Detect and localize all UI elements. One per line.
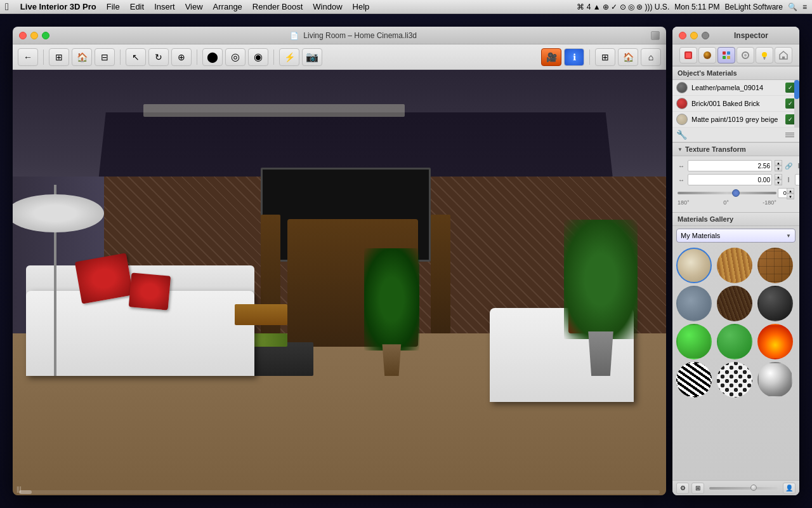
insert-menu[interactable]: Insert [149, 0, 180, 14]
offset-x-step-up[interactable]: ▲ [775, 174, 782, 180]
tab-skin[interactable] [737, 47, 754, 64]
materials-scrollbar[interactable] [794, 80, 799, 128]
material-menu-button[interactable] [785, 130, 796, 140]
material-thumb-chrome[interactable] [757, 362, 793, 398]
floor-plan-button[interactable]: ⊞ [49, 48, 69, 66]
window-menu[interactable]: Window [308, 0, 347, 14]
offset-x-step-down[interactable]: ▼ [775, 180, 782, 185]
inspector-panel: Inspector [672, 27, 799, 495]
camera-button[interactable]: 📷 [302, 48, 322, 66]
material-thumb-green-ball-2[interactable] [717, 324, 752, 359]
split-view-button[interactable]: ⊟ [95, 48, 115, 66]
materials-scrollbar-thumb[interactable] [794, 80, 799, 99]
move-tool[interactable]: ⊕ [171, 48, 192, 66]
offset-x-input[interactable] [688, 174, 772, 185]
help-menu[interactable]: Help [348, 0, 375, 14]
inspector-title: Inspector [709, 31, 793, 40]
rotation-row: ▲ ▼ 180° 0° -180° [678, 188, 794, 206]
apple-menu[interactable]:  [5, 1, 9, 13]
inspector-zoom-slider[interactable] [709, 487, 778, 490]
menubar-icons: ⌘ 4 ▲ ⊕ ✓ ⊙ ◎ ⊛ ))) U.S. [577, 3, 669, 11]
rotation-thumb[interactable] [732, 189, 740, 197]
material-item-leather[interactable]: Leather/pamela_09014 ✓ [672, 80, 799, 96]
width-step-up[interactable]: ▲ [775, 160, 782, 166]
rotation-labels: 180° 0° -180° [678, 199, 794, 206]
material-thumb-stone[interactable] [676, 286, 712, 321]
app-name-menu[interactable]: Live Interior 3D Pro [15, 0, 102, 14]
2d-view-button[interactable]: ⊞ [595, 48, 615, 66]
back-button[interactable]: ← [18, 48, 38, 66]
material-thumb-beige[interactable] [676, 248, 712, 283]
tab-material-ball[interactable] [698, 47, 716, 64]
menubar:  Live Interior 3D Pro File Edit Insert … [0, 0, 812, 14]
material-thumb-zebra[interactable] [676, 362, 712, 398]
inspector-minimize[interactable] [690, 32, 698, 39]
search-icon[interactable]: 🔍 [788, 3, 797, 11]
material-thumb-green-ball-1[interactable] [676, 324, 712, 359]
inspector-zoom-thumb[interactable] [750, 485, 757, 491]
file-menu[interactable]: File [102, 0, 125, 14]
edit-menu[interactable]: Edit [125, 0, 149, 14]
render-button[interactable]: 🎥 [541, 48, 561, 66]
rotation-step-up[interactable]: ▲ [787, 188, 794, 194]
perspective-button[interactable]: 🏠 [618, 48, 638, 66]
info-button[interactable]: ℹ [564, 48, 584, 66]
close-button[interactable] [19, 32, 27, 39]
maximize-button[interactable] [42, 32, 49, 39]
tab-materials[interactable] [717, 47, 735, 64]
render-boost-menu[interactable]: Render Boost [247, 0, 308, 14]
inspector-settings-button[interactable]: ⚙ [676, 483, 689, 494]
arrange-menu[interactable]: Arrange [208, 0, 247, 14]
rotation-slider[interactable]: ▲ ▼ [678, 188, 794, 198]
rotation-stepper[interactable]: ▲ ▼ [787, 188, 794, 199]
side-table [235, 304, 287, 326]
material-thumb-dark-wood[interactable] [717, 286, 752, 321]
inspector-grid-button[interactable]: ⊞ [691, 483, 704, 494]
gallery-dropdown[interactable]: My Materials ▼ [676, 229, 796, 243]
material-thumb-wood-tiles[interactable] [757, 248, 793, 283]
rotation-step-down[interactable]: ▼ [787, 194, 794, 199]
svg-rect-3 [723, 51, 726, 55]
inspector-user-button[interactable]: 👤 [783, 483, 796, 494]
select-tool[interactable]: ↖ [126, 48, 146, 66]
material-item-matte[interactable]: Matte paint/1019 grey beige ✓ [672, 112, 799, 128]
top-view-button[interactable]: ⌂ [641, 48, 661, 66]
menubar-datetime: Mon 5:11 PM [674, 3, 719, 11]
texture-transform-header: ▼ Texture Transform [672, 142, 799, 156]
svg-rect-10 [763, 57, 766, 58]
3d-view-button[interactable]: 🏠 [72, 48, 92, 66]
inspector-close[interactable] [679, 32, 686, 39]
3d-viewport[interactable]: ||| [13, 70, 666, 495]
rotate-tool[interactable]: ↻ [148, 48, 169, 66]
chain-link-icon[interactable]: 🔗 [785, 163, 792, 170]
minimize-button[interactable] [30, 32, 38, 39]
width-stepper[interactable]: ▲ ▼ [775, 160, 782, 171]
offset-y-input[interactable] [795, 174, 799, 185]
inspector-content[interactable]: Object's Materials Leather/pamela_09014 … [672, 66, 799, 480]
material-thumb-spots[interactable] [717, 362, 752, 398]
svg-rect-4 [727, 51, 730, 55]
orbit-button[interactable]: ◎ [225, 48, 246, 66]
walk-button[interactable]: ◉ [248, 48, 268, 66]
rotation-mid-label: 0° [723, 199, 729, 206]
material-item-brick[interactable]: Brick/001 Baked Brick ✓ [672, 96, 799, 112]
view-menu[interactable]: View [180, 0, 208, 14]
materials-scroll-area[interactable]: Leather/pamela_09014 ✓ Brick/001 Baked B… [672, 80, 799, 128]
svg-point-8 [744, 54, 747, 57]
width-input[interactable]: 2.56 [688, 160, 772, 171]
record-button[interactable]: ⬤ [202, 48, 223, 66]
tab-light[interactable] [756, 47, 773, 64]
viewport-scrollbar[interactable] [19, 490, 660, 494]
width-step-down[interactable]: ▼ [775, 166, 782, 171]
material-thumb-dark-ball[interactable] [757, 286, 793, 321]
material-thumb-fire-ball[interactable] [757, 324, 793, 359]
window-resize-button[interactable] [651, 31, 660, 40]
draw-stairs-button[interactable]: ⚡ [279, 48, 299, 66]
menu-extras-icon[interactable]: ≡ [802, 3, 807, 11]
wand-icon[interactable]: 🔧 [676, 130, 687, 140]
tab-object[interactable] [679, 47, 697, 64]
material-thumb-wood-light[interactable] [717, 248, 752, 283]
texture-transform-triangle: ▼ [678, 147, 683, 152]
offset-x-stepper[interactable]: ▲ ▼ [775, 174, 782, 185]
tab-room[interactable] [775, 47, 792, 64]
